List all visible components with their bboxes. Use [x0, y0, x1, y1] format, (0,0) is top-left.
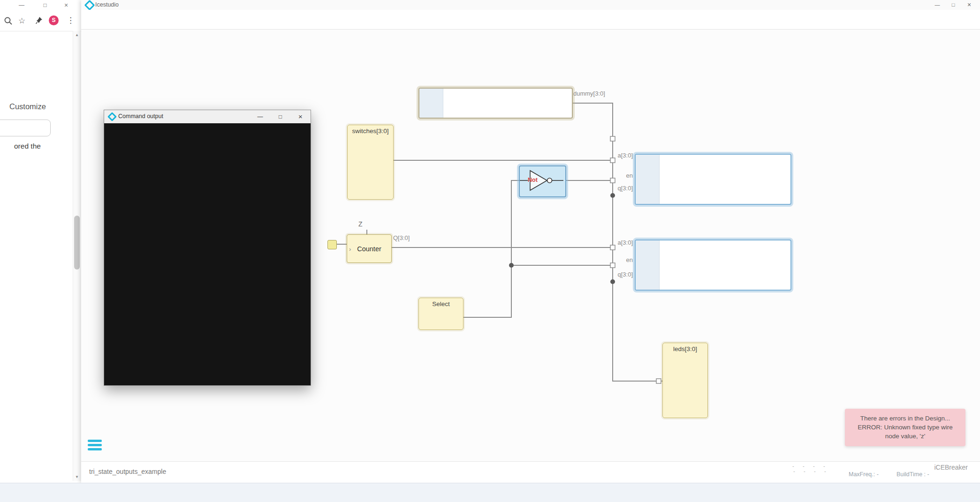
toast-line: ERROR: Unknown fixed type wire	[845, 423, 965, 432]
port-label-en2: en	[600, 256, 633, 263]
block-title: leds[3:0]	[663, 345, 707, 352]
window-title-bar[interactable]: Command output — □ ×	[104, 110, 311, 124]
port-label-q1: q[3:0]	[600, 185, 633, 192]
error-notification[interactable]: There are errors in the Design... ERROR:…	[845, 409, 965, 446]
z-label: Z	[358, 220, 363, 228]
close-button[interactable]: ×	[961, 0, 977, 10]
icestudio-logo-icon	[84, 0, 95, 10]
counter-label: Counter	[357, 245, 381, 253]
minimize-button[interactable]: —	[250, 110, 270, 123]
zoom-icon[interactable]	[4, 16, 13, 27]
window-title: Command output	[118, 113, 163, 120]
resources-menu-button[interactable]	[88, 440, 102, 452]
customize-heading: Customize	[9, 102, 46, 111]
code-editor[interactable]	[443, 89, 448, 118]
dummy-port-label: dummy[3:0]	[573, 90, 605, 97]
code-block-dummy[interactable]	[418, 88, 573, 119]
status-dashes: - - - -	[793, 468, 826, 474]
buildtime-label: BuildTime : -	[896, 471, 929, 478]
not-gate-symbol	[520, 166, 563, 195]
pin-icon[interactable]	[35, 16, 43, 26]
screen: — □ × ☆ S ⋮ Customize ored the ▲ ▼ Icest…	[0, 0, 980, 502]
switches-block[interactable]: switches[3:0]	[347, 125, 394, 200]
kebab-menu-icon[interactable]: ⋮	[67, 15, 75, 25]
counter-output-label: Q[3:0]	[393, 234, 410, 241]
terminal-output[interactable]	[104, 123, 311, 385]
browser-window: — □ × ☆ S ⋮ Customize ored the ▲ ▼	[0, 0, 81, 483]
tristate-block-1[interactable]	[635, 154, 791, 205]
code-editor[interactable]	[660, 240, 664, 290]
command-output-window[interactable]: Command output — □ ×	[104, 110, 311, 386]
search-input[interactable]	[0, 120, 51, 136]
scrollbar-thumb[interactable]	[74, 216, 80, 270]
icestudio-logo-icon	[107, 112, 117, 121]
line-number-gutter	[419, 89, 443, 118]
block-title: Select	[419, 300, 463, 307]
star-icon[interactable]: ☆	[18, 16, 25, 26]
counter-clock-input[interactable]	[327, 240, 337, 249]
not-gate-block[interactable]: Not	[519, 165, 566, 197]
app-title: Icestudio	[95, 1, 119, 8]
maxfreq-label: MaxFreq.: -	[849, 471, 879, 478]
port-label-q2: q[3:0]	[600, 271, 633, 278]
taskbar	[0, 483, 980, 502]
block-title: switches[3:0]	[348, 127, 393, 135]
browser-toolbar: — □ × ☆ S ⋮	[0, 0, 81, 31]
port-label-a1: a[3:0]	[600, 152, 633, 159]
menu-bar	[81, 10, 980, 30]
line-number-gutter	[636, 240, 660, 290]
browser-scrollbar[interactable]: ▲ ▼	[73, 31, 81, 481]
code-editor[interactable]	[660, 155, 664, 204]
avatar[interactable]: S	[49, 15, 59, 25]
status-bar: tri_state_outputs_example - - - - - - - …	[81, 461, 980, 483]
maximize-button[interactable]: □	[945, 0, 961, 10]
port-label-en1: en	[600, 172, 633, 179]
title-bar: Icestudio — □ ×	[81, 0, 980, 10]
tristate-block-2[interactable]	[635, 240, 791, 291]
port-label-a2: a[3:0]	[600, 239, 633, 246]
project-name: tri_state_outputs_example	[89, 468, 166, 475]
close-button[interactable]: ×	[61, 0, 71, 10]
minimize-button[interactable]: —	[16, 0, 27, 10]
scroll-down-icon[interactable]: ▼	[73, 475, 81, 479]
select-block[interactable]: Select	[418, 298, 463, 330]
leds-block[interactable]: leds[3:0]	[662, 343, 708, 418]
not-gate-label: Not	[528, 177, 538, 183]
maximize-button[interactable]: □	[40, 0, 50, 10]
maximize-button[interactable]: □	[270, 110, 290, 123]
clock-chevron-icon: ›	[349, 245, 351, 252]
partial-text: ored the	[14, 142, 41, 150]
counter-block[interactable]: › Counter	[347, 234, 392, 263]
minimize-button[interactable]: —	[929, 0, 945, 10]
line-number-gutter	[636, 155, 660, 204]
scroll-up-icon[interactable]: ▲	[73, 33, 81, 37]
toast-line: There are errors in the Design...	[845, 414, 965, 423]
toast-line: node value, 'z'	[845, 432, 965, 441]
board-name: iCEBreaker	[934, 464, 968, 471]
close-button[interactable]: ×	[290, 110, 311, 123]
